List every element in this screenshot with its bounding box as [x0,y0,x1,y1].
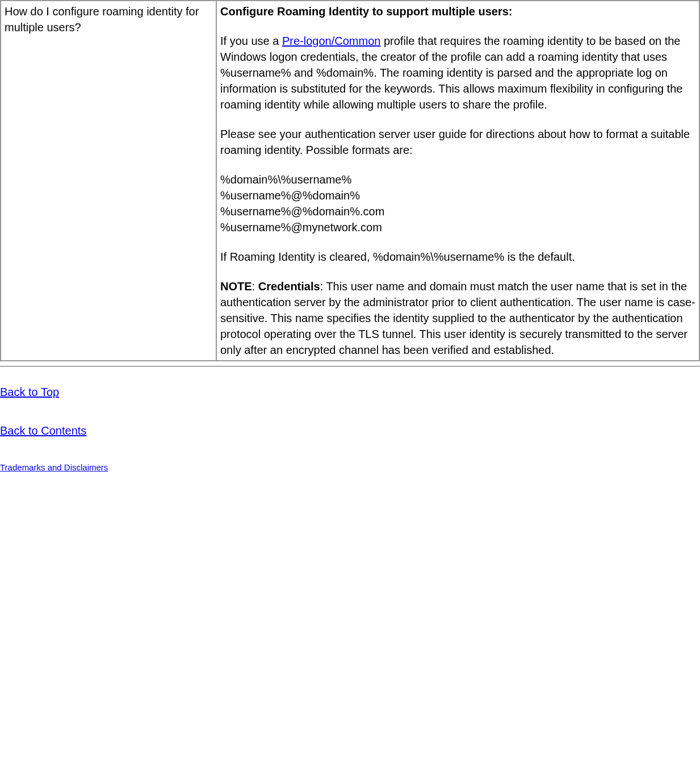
answer-paragraph-2: Please see your authentication server us… [220,126,695,158]
divider [0,366,700,367]
back-to-contents-link[interactable]: Back to Contents [0,423,700,439]
format-list: %domain%\%username% %username%@%domain% … [220,172,695,235]
paragraph-1-pre-text: If you use a [220,35,282,47]
answer-paragraph-1: If you use a Pre-logon/Common profile th… [220,33,695,112]
question-cell: How do I configure roaming identity for … [1,1,216,361]
trademarks-link[interactable]: Trademarks and Disclaimers [0,461,700,473]
answer-heading: Configure Roaming Identity to support mu… [220,3,695,19]
note-label: NOTE [220,280,252,293]
format-line-2: %username%@%domain% [220,187,695,203]
table-row: How do I configure roaming identity for … [1,1,699,361]
prelogon-common-link[interactable]: Pre-logon/Common [282,35,380,47]
format-line-4: %username%@mynetwork.com [220,219,695,235]
answer-paragraph-3: If Roaming Identity is cleared, %domain%… [220,249,695,265]
note-colon: : [252,280,258,293]
answer-cell: Configure Roaming Identity to support mu… [216,1,699,361]
back-to-top-link[interactable]: Back to Top [0,384,700,400]
credentials-label: Credentials [258,280,320,293]
format-line-1: %domain%\%username% [220,172,695,187]
question-text: How do I configure roaming identity for … [5,5,199,34]
footer-links: Back to Top Back to Contents Trademarks … [0,372,700,473]
note-paragraph: NOTE: Credentials: This user name and do… [220,278,695,358]
content-table: How do I configure roaming identity for … [0,0,700,361]
format-line-3: %username%@%domain%.com [220,203,695,219]
